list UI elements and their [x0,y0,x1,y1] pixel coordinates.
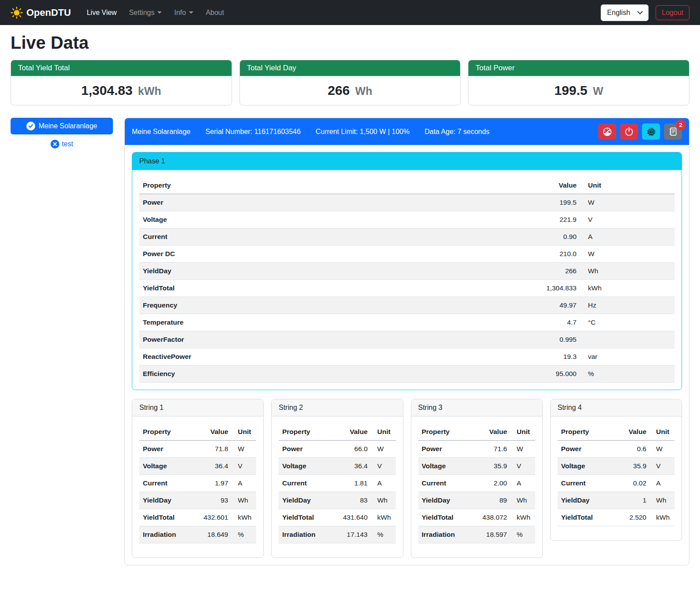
string-table: Property Value Unit Power0.6WVoltage35.9… [558,423,675,526]
navbar: OpenDTU Live View Settings Info About En… [0,0,700,25]
inverter-limit: Current Limit: 1,500 W | 100% [316,128,410,136]
journal-text-icon [668,127,678,136]
unit-cell: V [371,458,396,475]
nav-live-view[interactable]: Live View [80,5,123,20]
property-cell: YieldDay [279,492,330,509]
table-row: Irradiation18.649% [139,526,256,543]
card-title: Total Yield Day [240,60,461,76]
unit-cell: V [580,211,675,228]
limit-settings-button[interactable] [598,123,616,140]
unit-cell: kWh [650,509,675,526]
column-value: Value [191,423,232,441]
unit-cell: % [232,526,256,543]
property-cell: Power [279,441,330,458]
table-row: ReactivePower19.3var [139,348,675,365]
column-value: Value [470,423,510,441]
value-cell: 19.3 [403,348,580,365]
table-row: YieldDay1Wh [558,492,675,509]
property-cell: YieldTotal [279,509,330,526]
property-cell: YieldDay [558,492,614,509]
logout-button[interactable]: Logout [656,5,689,20]
value-cell: 17.143 [330,526,371,543]
inverter-data-age: Data Age: 7 seconds [424,128,490,136]
unit-cell: var [580,348,675,365]
property-cell: Current [279,475,330,492]
event-log-button[interactable]: 2 [664,123,682,140]
inverter-test-label: test [62,140,73,148]
string-card: String 2 Property Value Unit Power66.0WV… [271,399,403,558]
value-cell: 36.4 [191,458,232,475]
unit-cell: A [232,475,256,492]
table-row: Current1.81A [279,475,395,492]
value-cell: 438.072 [470,509,510,526]
brand-link[interactable]: OpenDTU [11,7,71,19]
inverter-list-item-test[interactable]: test [11,140,113,148]
value-cell: 71.6 [470,441,510,458]
unit-cell: W [232,441,256,458]
value-cell: 431.640 [330,509,371,526]
value-cell: 0.90 [403,228,580,246]
table-row: Current0.90A [139,228,675,246]
property-cell: Current [139,228,403,246]
property-cell: Current [558,475,614,492]
unit-cell: % [511,526,535,543]
value-cell: 93 [191,492,232,509]
device-info-button[interactable] [642,123,660,140]
column-property: Property [139,177,403,194]
table-row: PowerFactor0.995 [139,331,675,348]
table-header-row: Property Value Unit [558,423,675,441]
nav-settings-label: Settings [129,9,155,17]
property-cell: ReactivePower [139,348,403,365]
string-card-title: String 1 [132,399,263,416]
power-icon [624,127,634,136]
unit-cell: V [232,458,256,475]
column-property: Property [279,423,330,441]
unit-cell: W [371,441,396,458]
nav-about[interactable]: About [199,5,230,20]
value-cell: 210.0 [403,246,580,263]
table-row: Power0.6W [558,441,675,458]
table-header-row: Property Value Unit [279,423,395,441]
table-row: Temperature4.7°C [139,314,675,331]
language-select[interactable]: English [601,4,649,21]
event-count-badge: 2 [675,119,686,130]
property-cell: Power [139,194,403,211]
unit-cell: % [580,365,675,383]
table-row: Efficiency95.000% [139,365,675,383]
chevron-down-icon [189,11,193,14]
property-cell: Temperature [139,314,403,331]
table-row: Power66.0W [279,441,395,458]
unit-cell: Wh [232,492,256,509]
table-row: Current2.00A [418,475,535,492]
value-cell: 432.601 [191,509,232,526]
property-cell: Efficiency [139,365,403,383]
inverter-list: Meine Solaranlage test [11,118,113,148]
nav-info[interactable]: Info [168,5,199,20]
column-unit: Unit [650,423,675,441]
power-settings-button[interactable] [620,123,638,140]
sun-icon [11,7,23,19]
chevron-down-icon [637,9,643,14]
table-header-row: Property Value Unit [418,423,535,441]
table-header-row: Property Value Unit [139,423,256,441]
brand-label: OpenDTU [26,7,71,18]
column-unit: Unit [371,423,396,441]
unit-cell: % [371,526,396,543]
property-cell: Voltage [279,458,330,475]
property-cell: Power DC [139,246,403,263]
column-property: Property [558,423,614,441]
value-cell: 18.597 [470,526,510,543]
summary-cards: Total Yield Total 1,304.83 kWh Total Yie… [11,60,689,105]
page-title: Live Data [11,33,689,53]
property-cell: Current [418,475,470,492]
value-cell: 221.9 [403,211,580,228]
card-value: 1,304.83 [81,83,133,98]
nav-settings[interactable]: Settings [123,5,168,20]
inverter-card-header: Meine Solaranlage Serial Number: 1161716… [125,118,689,145]
property-cell: Frequency [139,297,403,314]
property-cell: YieldTotal [418,509,470,526]
inverter-select-button[interactable]: Meine Solaranlage [11,118,113,134]
inverter-card: Meine Solaranlage Serial Number: 1161716… [124,118,689,565]
value-cell: 1,304.833 [403,280,580,297]
value-cell: 18.649 [191,526,232,543]
